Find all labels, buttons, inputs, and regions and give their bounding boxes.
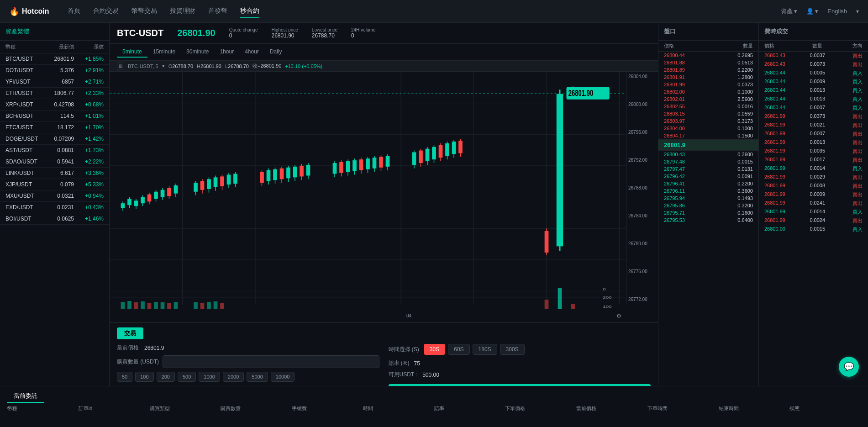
- time-option-btn[interactable]: 30S: [424, 344, 445, 355]
- settings-icon[interactable]: ⚙: [616, 313, 621, 319]
- trade-price: 26801.99: [764, 165, 800, 172]
- ob-ask-item: 26801.88 0.0513: [658, 59, 758, 66]
- usdt-label: 可用USDT：: [389, 371, 420, 379]
- trade-type: 賣出: [835, 148, 863, 155]
- sidebar-item[interactable]: LINK/USDT 6.617 +3.36%: [0, 168, 109, 179]
- sidebar-item[interactable]: BTC/USDT 26801.9 +1.85%: [0, 53, 109, 65]
- usdt-row: 可用USDT： 500.00: [389, 371, 651, 379]
- trade-type: 買入: [835, 165, 863, 172]
- user-link[interactable]: 👤 ▾: [806, 8, 818, 15]
- expand-icon[interactable]: ⊞: [117, 63, 124, 69]
- ob-ask-item: 26800.44 0.2695: [658, 52, 758, 59]
- quick-amount-btn[interactable]: 10000: [271, 372, 295, 382]
- tab-5min[interactable]: 5minute: [117, 47, 147, 58]
- trade-item: 26800.44 0.0005 買入: [759, 69, 868, 78]
- svg-rect-55: [286, 168, 290, 179]
- time-selector-label: 時間選擇 (S): [389, 346, 419, 353]
- ob-ask-price: 26801.88: [664, 60, 709, 65]
- sidebar-item[interactable]: BOI/USDT 0.0625 +1.46%: [0, 213, 109, 225]
- sidebar-item[interactable]: AST/USDT 0.0881 +1.73%: [0, 145, 109, 156]
- buy-qty-input[interactable]: [163, 355, 379, 368]
- tab-30min[interactable]: 30minute: [181, 47, 214, 58]
- sidebar-item[interactable]: ETC/USDT 18.172 +1.70%: [0, 122, 109, 133]
- sidebar-item[interactable]: SDAO/USDT 0.5941 +2.22%: [0, 156, 109, 168]
- language-selector[interactable]: English: [827, 8, 847, 15]
- coin-name: AST/USDT: [5, 147, 40, 153]
- sidebar-item[interactable]: DOT/USDT 5.376 +2.91%: [0, 65, 109, 76]
- coin-price: 0.0881: [40, 147, 74, 153]
- trade-qty: 0.0013: [800, 96, 836, 103]
- sidebar-item[interactable]: XRP/USDT 0.42708 +0.68%: [0, 99, 109, 111]
- nav-second-futures[interactable]: 秒合約: [240, 5, 259, 18]
- time-option-btn[interactable]: 300S: [500, 344, 525, 355]
- sidebar-item[interactable]: BCH/USDT 114.5 +1.01%: [0, 111, 109, 122]
- quick-amount-btn[interactable]: 5000: [247, 372, 268, 382]
- coin-price: 0.5941: [40, 158, 74, 165]
- tab-daily[interactable]: Daily: [264, 47, 288, 58]
- nav-invest[interactable]: 投資理財: [170, 5, 195, 18]
- svg-rect-17: [127, 199, 132, 205]
- main-nav: 首頁 合約交易 幣幣交易 投資理財 首發幣 秒合約: [68, 5, 781, 18]
- trade-type: 買入: [835, 209, 863, 216]
- trade-price: 26801.99: [764, 200, 800, 207]
- nav-launch[interactable]: 首發幣: [208, 5, 227, 18]
- svg-rect-57: [293, 167, 297, 178]
- sidebar-item[interactable]: DOGE/USDT 0.07209 +1.42%: [0, 133, 109, 145]
- quick-amount-btn[interactable]: 200: [157, 372, 175, 382]
- nav-home[interactable]: 首頁: [68, 5, 80, 18]
- nav-futures[interactable]: 合約交易: [93, 5, 119, 18]
- quick-amount-btn[interactable]: 500: [178, 372, 196, 382]
- ob-bid-qty: 0.0131: [709, 166, 753, 172]
- sidebar-item[interactable]: EXD/USDT 0.0231 +0.43%: [0, 202, 109, 213]
- time-option-btn[interactable]: 60S: [448, 344, 469, 355]
- ob-bid-qty: 0.1493: [709, 195, 753, 201]
- logo[interactable]: 🔥 Hotcoin: [9, 6, 49, 16]
- trade-qty: 0.0373: [800, 113, 836, 120]
- trading-tab-btn[interactable]: 交易: [117, 327, 143, 339]
- trade-price: 26800.44: [764, 105, 800, 111]
- trade-item: 26800.43 0.0073 賣出: [759, 60, 868, 69]
- nav-spot[interactable]: 幣幣交易: [132, 5, 157, 18]
- tab-1h[interactable]: 1hour: [214, 47, 239, 58]
- ob-ask-price: 26803.97: [664, 118, 709, 124]
- svg-rect-109: [141, 301, 145, 309]
- coin-change: +1.85%: [74, 56, 104, 62]
- quick-amount-btn[interactable]: 50: [117, 372, 132, 382]
- svg-rect-35: [200, 181, 205, 190]
- bottom-col-header: 手續費: [292, 405, 363, 412]
- tab-15min[interactable]: 15minute: [147, 47, 181, 58]
- trade-price: 26801.99: [764, 131, 800, 137]
- tab-4h[interactable]: 4hour: [239, 47, 264, 58]
- svg-rect-91: [445, 143, 449, 156]
- ob-bid-price: 26796.41: [664, 181, 709, 186]
- ob-ask-qty: 0.3173: [709, 118, 753, 124]
- coin-change: +2.91%: [74, 67, 104, 74]
- sidebar-item[interactable]: YFI/USDT 6857 +2.71%: [0, 76, 109, 88]
- dropdown-icon[interactable]: ▾: [162, 63, 165, 69]
- coin-name: XRP/USDT: [5, 101, 40, 108]
- sidebar-item[interactable]: XJP/USDT 0.079 +5.33%: [0, 179, 109, 190]
- ob-bid-qty: 0.0015: [709, 159, 753, 164]
- trades-title: 費時成交: [759, 23, 868, 41]
- coin-name: MXU/USDT: [5, 193, 40, 199]
- time-option-btn[interactable]: 180S: [473, 344, 497, 355]
- buy-qty-row: 購買數量 (USDT): [117, 355, 379, 368]
- quick-amount-btn[interactable]: 100: [135, 372, 153, 382]
- trade-type: 賣出: [835, 217, 863, 224]
- coin-price: 26801.9: [40, 56, 74, 62]
- quick-amount-btn[interactable]: 2000: [223, 372, 244, 382]
- chat-button[interactable]: 💬: [839, 357, 859, 377]
- assets-link[interactable]: 資產 ▾: [781, 7, 797, 16]
- logo-icon: 🔥: [9, 6, 19, 16]
- ob-ask-item: 26804.00 0.1000: [658, 125, 758, 132]
- sidebar-item[interactable]: ETH/USDT 1806.77 +2.33%: [0, 88, 109, 99]
- bottom-tab-current[interactable]: 當前委託: [7, 390, 44, 403]
- price-level-9: 26772.00: [628, 297, 656, 302]
- quick-amount-btn[interactable]: 1000: [199, 372, 220, 382]
- time-tabs: 5minute 15minute 30minute 1hour 4hour Da…: [110, 44, 658, 61]
- sidebar-item[interactable]: MXU/USDT 0.0321 +0.94%: [0, 190, 109, 202]
- svg-rect-71: [359, 159, 363, 170]
- trade-qty: 0.0015: [800, 226, 836, 233]
- price-level-2: 26800.00: [628, 102, 656, 107]
- ob-bid-price: 26800.43: [664, 152, 709, 157]
